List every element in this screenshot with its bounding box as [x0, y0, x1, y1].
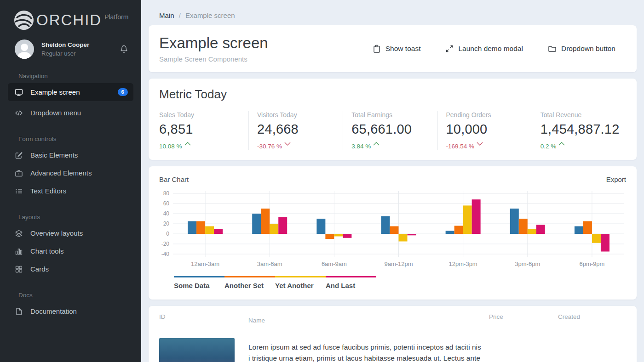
metric-label: Visitors Today: [257, 111, 343, 119]
sidebar-item-overview-layouts[interactable]: Overview layouts: [0, 224, 141, 242]
bar-And Last[interactable]: [536, 225, 545, 234]
svg-text:40: 40: [163, 210, 170, 217]
brand-name: ORCHID: [36, 10, 102, 31]
svg-text:60: 60: [163, 200, 170, 207]
metric-delta: -169.54 %: [446, 141, 532, 150]
metric-value: 10,000: [446, 122, 532, 137]
orchid-logo-icon: [13, 10, 34, 31]
bar-Yet Another[interactable]: [463, 205, 472, 234]
svg-text:12am-3am: 12am-3am: [191, 260, 219, 267]
bar-Yet Another[interactable]: [205, 226, 214, 234]
sidebar-item-label: Text Editors: [30, 187, 66, 195]
bar-Yet Another[interactable]: [592, 234, 601, 243]
clipboard-icon: [373, 45, 381, 53]
table-header-id[interactable]: ID: [159, 313, 248, 324]
bell-icon[interactable]: [120, 45, 128, 54]
bar-Some Data[interactable]: [381, 216, 390, 234]
svg-text:80: 80: [163, 190, 170, 197]
page-title: Example screen: [159, 34, 268, 52]
sidebar-item-cards[interactable]: Cards: [0, 260, 141, 278]
bar-Another Set[interactable]: [583, 221, 592, 234]
row-name-cell: Lorem ipsum at sed ad fusce faucibus pri…: [248, 338, 489, 362]
svg-text:-40: -40: [161, 251, 170, 257]
metric-total-revenue: Total Revenue 1,454,887.12 0.2 %: [532, 111, 626, 150]
table-header-name[interactable]: Name: [248, 313, 489, 324]
breadcrumb-home[interactable]: Main: [159, 11, 174, 19]
sidebar-item-dropdown-menu[interactable]: Dropdown menu: [0, 104, 141, 122]
metric-label: Total Revenue: [540, 111, 626, 119]
export-link[interactable]: Export: [606, 175, 626, 183]
breadcrumb: Main / Example screen: [159, 11, 637, 19]
legend-item[interactable]: Another Set: [224, 276, 275, 289]
sidebar-item-label: Documentation: [30, 307, 77, 315]
bar-Another Set[interactable]: [519, 219, 528, 234]
bar-Some Data[interactable]: [252, 214, 261, 234]
sidebar-item-label: Dropdown menu: [30, 109, 81, 117]
legend-item[interactable]: And Last: [326, 276, 376, 289]
monitor-icon: [15, 88, 23, 96]
metric-value: 6,851: [159, 122, 248, 137]
table-row[interactable]: Lorem ipsum at sed ad fusce faucibus pri…: [149, 331, 637, 362]
metric-delta: -30.76 %: [257, 141, 343, 150]
bar-And Last[interactable]: [601, 234, 610, 252]
sidebar-item-text-editors[interactable]: Text Editors: [0, 182, 141, 200]
bar-Another Set[interactable]: [325, 234, 334, 239]
bar-Another Set[interactable]: [261, 209, 270, 234]
metric-card-title: Metric Today: [159, 87, 626, 102]
bar-Yet Another[interactable]: [270, 224, 278, 234]
layers-icon: [15, 229, 23, 238]
bar-Some Data[interactable]: [446, 231, 454, 234]
bar-And Last[interactable]: [214, 229, 223, 234]
sidebar-item-documentation[interactable]: Documentation: [0, 302, 141, 320]
bar-Some Data[interactable]: [188, 221, 196, 234]
sidebar-item-example-screen[interactable]: Example screen 6: [8, 83, 133, 101]
dropdown-button[interactable]: Dropdown button: [548, 45, 615, 53]
edit-icon: [15, 151, 23, 159]
sidebar-item-label: Chart tools: [30, 247, 64, 255]
bar-Yet Another[interactable]: [528, 229, 536, 234]
chart-legend: Some DataAnother SetYet AnotherAnd Last: [174, 276, 626, 289]
sidebar-item-basic-elements[interactable]: Basic Elements: [0, 146, 141, 164]
bar-Another Set[interactable]: [196, 221, 205, 234]
sidebar-item-chart-tools[interactable]: Chart tools: [0, 242, 141, 260]
bar-Another Set[interactable]: [390, 226, 399, 234]
metric-delta: 0.2 %: [540, 141, 626, 150]
bar-Yet Another[interactable]: [399, 234, 408, 242]
action-label: Dropdown button: [561, 45, 615, 53]
metric-delta: 10.08 %: [159, 141, 248, 150]
briefcase-icon: [15, 169, 23, 177]
document-icon: [15, 307, 23, 316]
page-subtitle: Sample Screen Components: [159, 55, 268, 63]
legend-item[interactable]: Yet Another: [275, 276, 326, 289]
show-toast-button[interactable]: Show toast: [373, 45, 421, 53]
logo[interactable]: ORCHID Platform: [0, 0, 141, 31]
metric-total-earnings: Total Earnings 65,661.00 3.84 %: [343, 111, 437, 150]
code-icon: [15, 109, 23, 117]
bar-Another Set[interactable]: [454, 226, 463, 234]
table-header-created[interactable]: Created: [558, 313, 626, 324]
bar-And Last[interactable]: [278, 217, 287, 234]
row-thumbnail-image: [159, 338, 235, 362]
bar-Yet Another[interactable]: [334, 234, 343, 237]
metric-value: 65,661.00: [351, 122, 437, 137]
metric-label: Sales Today: [159, 111, 248, 119]
bar-And Last[interactable]: [472, 199, 481, 234]
bar-And Last[interactable]: [408, 234, 416, 235]
chart-title: Bar Chart: [159, 175, 189, 183]
bar-And Last[interactable]: [343, 234, 351, 238]
launch-demo-modal-button[interactable]: Launch demo modal: [445, 45, 523, 53]
row-name-line: i tristique urna etiam, primis ut lacus …: [248, 353, 489, 362]
sidebar-item-label: Basic Elements: [30, 151, 78, 159]
bar-Some Data[interactable]: [510, 209, 519, 234]
table-header-price[interactable]: Price: [489, 313, 558, 324]
bar-Some Data[interactable]: [575, 226, 583, 234]
bar-chart[interactable]: -40-2002040608012am-3am3am-6am6am-9am9am…: [159, 189, 626, 268]
bar-Some Data[interactable]: [316, 219, 325, 234]
svg-text:3am-6am: 3am-6am: [257, 260, 282, 267]
folder-icon: [548, 45, 557, 53]
legend-item[interactable]: Some Data: [174, 276, 224, 289]
svg-text:20: 20: [163, 221, 170, 227]
sidebar-item-advanced-elements[interactable]: Advanced Elements: [0, 164, 141, 182]
main-content: Main / Example screen Example screen Sam…: [141, 0, 644, 362]
avatar[interactable]: [15, 40, 34, 59]
